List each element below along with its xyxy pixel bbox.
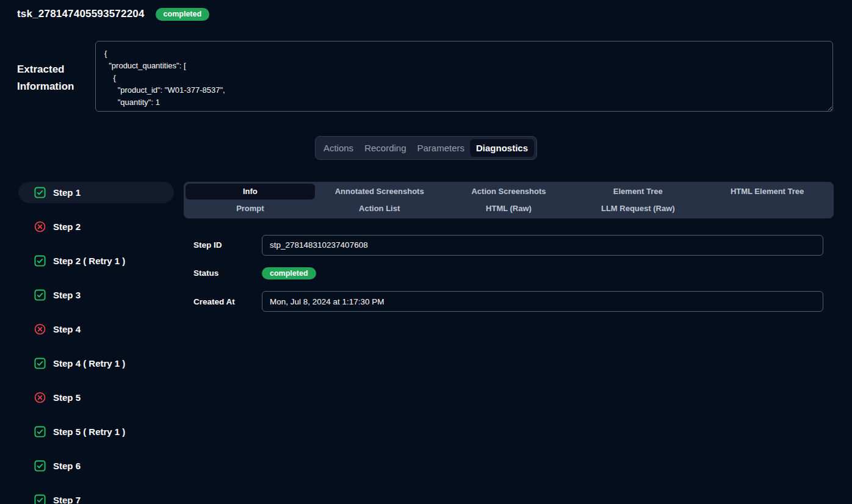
created-at-input[interactable] [262,291,823,312]
step-id-input[interactable] [262,235,823,256]
page-header: tsk_278147405593572204 completed [0,0,852,21]
diagnostics-panel: Info Annotated Screenshots Action Screen… [184,182,834,504]
step-item-5-retry-1[interactable]: Step 5 ( Retry 1 ) [18,421,174,442]
tab-actions[interactable]: Actions [318,139,359,157]
diagnostics-tab-bar: Info Annotated Screenshots Action Screen… [184,182,834,218]
step-item-2[interactable]: Step 2 [18,216,174,237]
tab-annotated-screenshots[interactable]: Annotated Screenshots [315,184,444,200]
tab-prompt[interactable]: Prompt [186,201,315,217]
extracted-information-textarea[interactable]: { "product_quantities": [ { "product_id"… [95,41,833,112]
check-square-icon [34,460,46,472]
step-label: Step 5 ( Retry 1 ) [53,427,125,437]
created-at-label: Created At [184,297,262,306]
step-label: Step 1 [53,187,81,198]
x-circle-icon [34,392,46,403]
check-square-icon [34,358,46,369]
step-item-3[interactable]: Step 3 [18,284,174,306]
extracted-information-label: Extracted Information [17,41,95,114]
step-item-1[interactable]: Step 1 [18,182,174,203]
tab-parameters[interactable]: Parameters [412,139,471,157]
step-id-field-row: Step ID [184,235,823,256]
tab-recording[interactable]: Recording [359,139,411,157]
step-item-4-retry-1[interactable]: Step 4 ( Retry 1 ) [18,353,174,374]
task-status-badge: completed [156,8,210,21]
tab-action-list[interactable]: Action List [315,201,444,217]
task-id-title: tsk_278147405593572204 [17,8,145,20]
tab-diagnostics[interactable]: Diagnostics [470,139,534,157]
check-square-icon [34,255,46,267]
step-info-fields: Step ID Status completed Created At [184,235,834,312]
tab-llm-request-raw[interactable]: LLM Request (Raw) [573,201,702,217]
status-label: Status [184,268,262,278]
tab-element-tree[interactable]: Element Tree [573,184,702,200]
step-item-7[interactable]: Step 7 [18,489,174,504]
check-square-icon [34,494,46,504]
step-status-badge: completed [262,267,316,280]
step-label: Step 4 [53,324,81,334]
step-label: Step 3 [53,290,81,300]
tab-html-element-tree[interactable]: HTML Element Tree [702,184,832,200]
step-label: Step 5 [53,392,81,403]
tab-html-raw[interactable]: HTML (Raw) [444,201,574,217]
step-label: Step 2 [53,221,81,232]
step-item-6[interactable]: Step 6 [18,455,174,477]
step-label: Step 2 ( Retry 1 ) [53,256,125,266]
step-id-label: Step ID [184,240,262,250]
step-item-2-retry-1[interactable]: Step 2 ( Retry 1 ) [18,250,174,272]
extracted-information-section: Extracted Information { "product_quantit… [0,41,852,114]
check-square-icon [34,187,46,198]
steps-sidebar: Step 1 Step 2 Step 2 ( Retry 1 ) Step 3 … [18,182,174,504]
step-label: Step 6 [53,461,81,471]
tab-info[interactable]: Info [186,184,315,200]
step-label: Step 7 [53,495,81,504]
created-at-field-row: Created At [184,291,823,312]
main-tab-bar: Actions Recording Parameters Diagnostics [315,136,537,160]
status-field-row: Status completed [184,267,823,280]
check-square-icon [34,426,46,437]
step-item-5[interactable]: Step 5 [18,387,174,408]
step-label: Step 4 ( Retry 1 ) [53,358,125,369]
tab-action-screenshots[interactable]: Action Screenshots [444,184,574,200]
x-circle-icon [34,323,46,335]
step-item-4[interactable]: Step 4 [18,319,174,340]
x-circle-icon [34,221,46,232]
check-square-icon [34,289,46,301]
